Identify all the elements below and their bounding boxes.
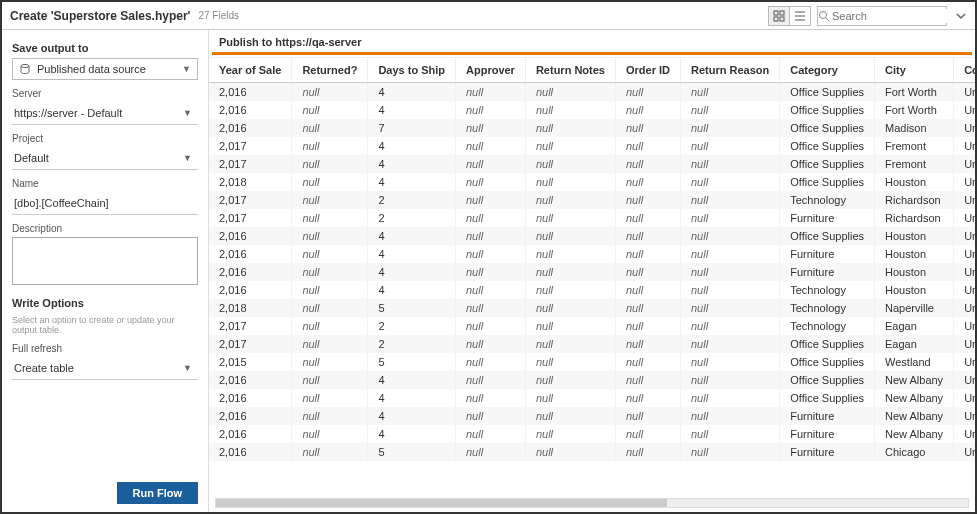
table-cell: null (615, 317, 680, 335)
column-header[interactable]: Approver (456, 58, 526, 83)
grid-icon (773, 10, 785, 22)
table-row[interactable]: 2,016null4nullnullnullnullOffice Supplie… (209, 389, 975, 407)
table-cell: 7 (368, 119, 456, 137)
column-header[interactable]: Return Notes (525, 58, 615, 83)
project-dropdown[interactable]: Default ▼ (12, 147, 198, 169)
save-output-value: Published data source (37, 63, 182, 75)
table-row[interactable]: 2,017null2nullnullnullnullFurnitureRicha… (209, 209, 975, 227)
table-cell: null (680, 137, 779, 155)
table-cell: United States (954, 353, 975, 371)
table-cell: Houston (875, 245, 954, 263)
run-flow-button[interactable]: Run Flow (117, 482, 199, 504)
column-header[interactable]: Days to Ship (368, 58, 456, 83)
table-cell: 2,016 (209, 83, 292, 102)
column-header[interactable]: Category (780, 58, 875, 83)
table-cell: null (615, 371, 680, 389)
table-cell: null (525, 443, 615, 461)
table-row[interactable]: 2,017null4nullnullnullnullOffice Supplie… (209, 137, 975, 155)
table-row[interactable]: 2,016null7nullnullnullnullOffice Supplie… (209, 119, 975, 137)
table-cell: null (525, 371, 615, 389)
table-cell: United States (954, 191, 975, 209)
table-cell: Office Supplies (780, 335, 875, 353)
table-row[interactable]: 2,017null2nullnullnullnullTechnologyRich… (209, 191, 975, 209)
table-cell: 2,017 (209, 155, 292, 173)
column-header[interactable]: Order ID (615, 58, 680, 83)
table-cell: 2,018 (209, 173, 292, 191)
search-input[interactable] (830, 9, 972, 23)
column-header[interactable]: Returned? (292, 58, 368, 83)
table-row[interactable]: 2,016null4nullnullnullnullTechnologyHous… (209, 281, 975, 299)
table-cell: Technology (780, 281, 875, 299)
table-cell: null (456, 173, 526, 191)
name-field[interactable]: [dbo].[CoffeeChain] (12, 192, 198, 214)
table-cell: null (525, 83, 615, 102)
svg-rect-2 (774, 17, 778, 21)
table-cell: 2,017 (209, 317, 292, 335)
write-options-label: Write Options (12, 297, 198, 309)
table-cell: null (292, 119, 368, 137)
table-cell: null (456, 335, 526, 353)
view-grid-button[interactable] (768, 6, 790, 26)
table-row[interactable]: 2,017null2nullnullnullnullOffice Supplie… (209, 335, 975, 353)
table-cell: Office Supplies (780, 83, 875, 102)
table-cell: Office Supplies (780, 227, 875, 245)
top-bar: Create 'Superstore Sales.hyper' 27 Field… (2, 2, 975, 30)
table-cell: null (525, 191, 615, 209)
table-cell: null (615, 299, 680, 317)
table-cell: null (525, 425, 615, 443)
name-value: [dbo].[CoffeeChain] (14, 197, 192, 209)
table-cell: 2 (368, 317, 456, 335)
description-textarea[interactable] (12, 237, 198, 285)
table-cell: Furniture (780, 209, 875, 227)
table-cell: Furniture (780, 263, 875, 281)
table-cell: 4 (368, 101, 456, 119)
table-cell: 2,016 (209, 407, 292, 425)
column-header[interactable]: Country (954, 58, 975, 83)
table-cell: null (292, 425, 368, 443)
table-cell: 4 (368, 371, 456, 389)
table-cell: Office Supplies (780, 389, 875, 407)
table-cell: null (525, 101, 615, 119)
view-list-button[interactable] (789, 6, 811, 26)
table-row[interactable]: 2,016null4nullnullnullnullFurnitureNew A… (209, 407, 975, 425)
column-header[interactable]: City (875, 58, 954, 83)
table-row[interactable]: 2,016null4nullnullnullnullFurnitureNew A… (209, 425, 975, 443)
table-cell: null (456, 389, 526, 407)
table-cell: null (680, 209, 779, 227)
table-cell: 4 (368, 137, 456, 155)
column-header[interactable]: Return Reason (680, 58, 779, 83)
project-label: Project (12, 133, 198, 144)
table-cell: null (680, 119, 779, 137)
expand-toggle[interactable] (955, 10, 967, 22)
horizontal-scrollbar[interactable] (209, 498, 975, 512)
table-cell: 2,017 (209, 191, 292, 209)
table-row[interactable]: 2,016null4nullnullnullnullOffice Supplie… (209, 83, 975, 102)
column-header[interactable]: Year of Sale (209, 58, 292, 83)
field-count: 27 Fields (198, 10, 239, 21)
table-row[interactable]: 2,016null4nullnullnullnullOffice Supplie… (209, 227, 975, 245)
table-row[interactable]: 2,016null4nullnullnullnullFurnitureHoust… (209, 263, 975, 281)
table-cell: 2,015 (209, 353, 292, 371)
table-cell: United States (954, 83, 975, 102)
table-cell: New Albany (875, 371, 954, 389)
server-dropdown[interactable]: https://server - Default ▼ (12, 102, 198, 124)
table-row[interactable]: 2,017null4nullnullnullnullOffice Supplie… (209, 155, 975, 173)
table-row[interactable]: 2,016null4nullnullnullnullOffice Supplie… (209, 371, 975, 389)
table-row[interactable]: 2,015null5nullnullnullnullOffice Supplie… (209, 353, 975, 371)
table-cell: null (680, 227, 779, 245)
table-cell: null (292, 83, 368, 102)
table-row[interactable]: 2,018null5nullnullnullnullTechnologyNape… (209, 299, 975, 317)
refresh-dropdown[interactable]: Create table ▼ (12, 357, 198, 379)
table-cell: null (525, 335, 615, 353)
table-cell: null (292, 155, 368, 173)
table-cell: null (615, 389, 680, 407)
table-row[interactable]: 2,018null4nullnullnullnullOffice Supplie… (209, 173, 975, 191)
svg-line-8 (826, 18, 829, 21)
table-row[interactable]: 2,016null5nullnullnullnullFurnitureChica… (209, 443, 975, 461)
table-cell: 2,017 (209, 335, 292, 353)
table-row[interactable]: 2,017null2nullnullnullnullTechnologyEaga… (209, 317, 975, 335)
data-table-scroll[interactable]: Year of SaleReturned?Days to ShipApprove… (209, 57, 975, 498)
table-row[interactable]: 2,016null4nullnullnullnullFurnitureHoust… (209, 245, 975, 263)
table-row[interactable]: 2,016null4nullnullnullnullOffice Supplie… (209, 101, 975, 119)
save-output-dropdown[interactable]: Published data source ▼ (12, 58, 198, 80)
